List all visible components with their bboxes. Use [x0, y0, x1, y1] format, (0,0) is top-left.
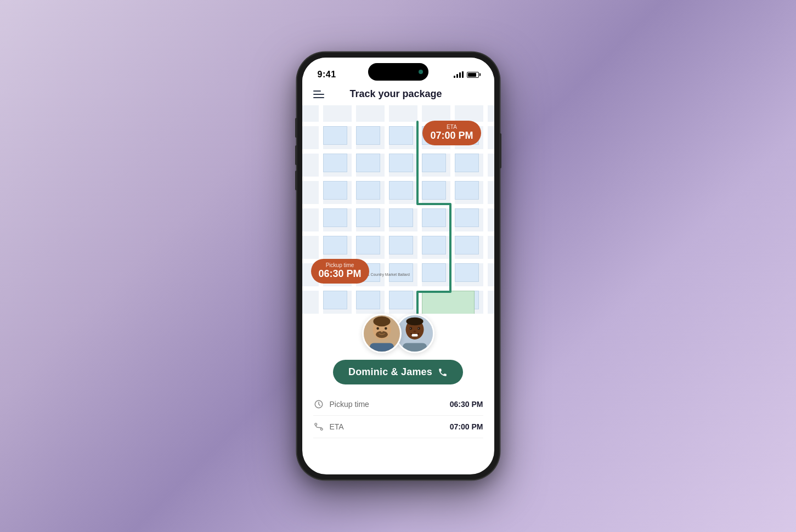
battery-fill	[468, 73, 476, 77]
app-header: Track your package	[302, 84, 494, 105]
info-rows: Pickup time 06:30 PM	[313, 393, 483, 438]
phone-icon	[438, 367, 448, 377]
svg-point-16	[417, 327, 419, 329]
svg-point-5	[376, 327, 379, 330]
svg-point-12	[406, 318, 423, 326]
status-icons	[454, 71, 479, 78]
signal-icon	[454, 71, 464, 78]
phone-screen: 9:41 Trac	[302, 58, 494, 474]
bottom-panel: Dominic & James	[302, 314, 494, 449]
svg-rect-18	[411, 334, 417, 337]
eta-label: ETA	[330, 422, 344, 431]
dynamic-island-dot	[419, 70, 423, 74]
pickup-badge-time: 06:30 PM	[319, 268, 362, 280]
route-icon	[313, 421, 324, 432]
svg-point-15	[409, 327, 411, 329]
battery-icon	[467, 72, 479, 78]
status-bar: 9:41	[302, 58, 494, 84]
dynamic-island	[368, 63, 428, 81]
driver-name-label: Dominic & James	[348, 366, 432, 378]
map-area: Ballard Goodwill McDonald's Town & Count…	[302, 105, 494, 347]
pickup-label: Pickup time	[330, 400, 369, 409]
svg-point-7	[381, 331, 383, 332]
eta-badge: ETA 07:00 PM	[422, 121, 481, 145]
drivers-section: Dominic & James	[313, 314, 483, 438]
svg-rect-19	[403, 343, 427, 352]
pickup-badge-label: Pickup time	[319, 262, 362, 268]
eta-badge-time: 07:00 PM	[430, 130, 473, 142]
svg-rect-8	[370, 343, 394, 352]
pickup-badge: Pickup time 06:30 PM	[311, 259, 369, 284]
svg-point-17	[413, 331, 416, 333]
eta-value: 07:00 PM	[450, 422, 483, 431]
page-title: Track your package	[309, 88, 483, 100]
svg-point-6	[385, 327, 387, 330]
driver1-avatar	[362, 314, 402, 353]
info-row-pickup: Pickup time 06:30 PM	[313, 393, 483, 416]
clock-icon	[313, 399, 324, 410]
info-row-eta: ETA 07:00 PM	[313, 416, 483, 438]
phone-mockup: 9:41 Trac	[297, 52, 500, 480]
avatars-row	[362, 314, 434, 353]
svg-point-3	[373, 316, 390, 326]
eta-badge-label: ETA	[430, 124, 473, 130]
status-time: 9:41	[318, 70, 336, 80]
pickup-value: 06:30 PM	[450, 400, 483, 409]
driver-name-button[interactable]: Dominic & James	[333, 360, 463, 384]
